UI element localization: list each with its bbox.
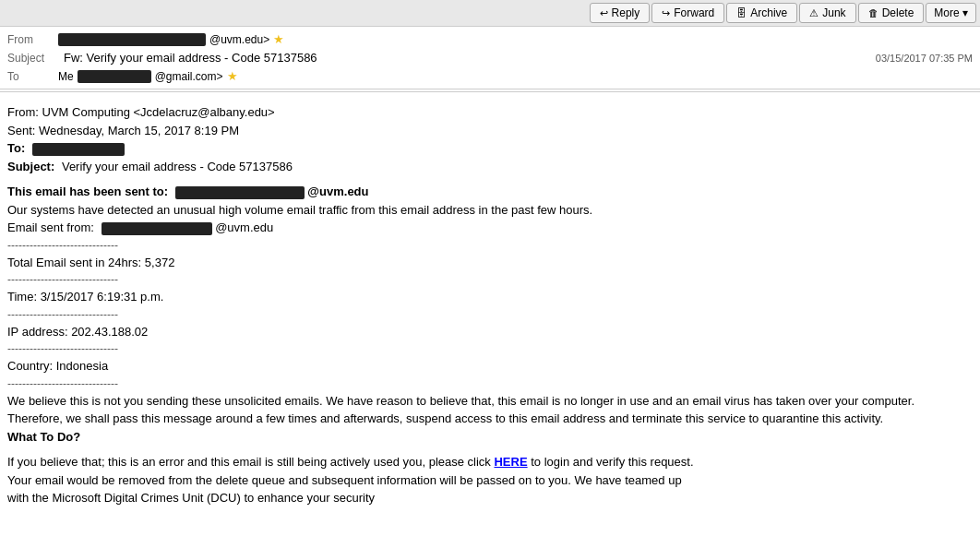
to-meta-label: To: xyxy=(7,141,25,155)
to-row: To Me @gmail.com> ★ xyxy=(7,67,973,85)
from-domain: @uvm.edu> xyxy=(209,33,269,46)
forward-button[interactable]: ↪ Forward xyxy=(651,3,724,23)
archive-icon: 🗄 xyxy=(736,7,747,18)
body-para2: Therefore, we shall pass this message ar… xyxy=(7,410,973,428)
total-line: Total Email sent in 24hrs: 5,372 xyxy=(7,254,973,272)
subject-text: Fw: Verify your email address - Code 571… xyxy=(64,51,317,65)
delete-label: Delete xyxy=(882,6,914,19)
junk-label: Junk xyxy=(822,6,845,19)
alert-bold: This email has been sent to: xyxy=(7,185,168,198)
here-link[interactable]: HERE xyxy=(494,455,527,469)
more-button[interactable]: More ▾ xyxy=(926,3,976,23)
click-prefix: If you believe that; this is an error an… xyxy=(7,455,494,469)
sep5: ------------------------------ xyxy=(7,375,973,392)
from-value: @uvm.edu> ★ xyxy=(58,32,973,46)
line2-prefix: Email sent from: xyxy=(7,220,94,234)
to-suffix: @gmail.com> xyxy=(155,70,223,83)
junk-icon: ⚠ xyxy=(809,7,819,19)
forward-icon: ↪ xyxy=(662,7,670,19)
body-line2: Email sent from: @uvm.edu xyxy=(7,219,973,237)
from-star: ★ xyxy=(273,32,284,46)
sent-meta: Sent: Wednesday, March 15, 2017 8:19 PM xyxy=(7,124,239,137)
to-label: To xyxy=(7,70,58,83)
more-label: More ▾ xyxy=(934,6,968,19)
from-redacted xyxy=(58,33,206,46)
delete-icon: 🗑 xyxy=(868,7,878,18)
what-to-do: What To Do? xyxy=(7,428,973,447)
archive-label: Archive xyxy=(750,6,787,19)
alert-line: This email has been sent to: @uvm.edu xyxy=(7,183,973,201)
subject-label: Subject xyxy=(7,52,58,65)
last-line2: with the Microsoft Digital Crimes Unit (… xyxy=(7,489,973,507)
click-line: If you believe that; this is an error an… xyxy=(7,453,973,471)
body-line1: Our systems have detected an unusual hig… xyxy=(7,201,973,220)
sep1: ------------------------------ xyxy=(7,237,973,254)
date-text: 03/15/2017 07:35 PM xyxy=(876,53,973,64)
reply-icon: ↩ xyxy=(600,7,608,19)
click-suffix: to login and verify this request. xyxy=(531,455,693,469)
subject-meta-value: Verify your email address - Code 5713758… xyxy=(62,160,293,173)
time-line: Time: 3/15/2017 6:19:31 p.m. xyxy=(7,288,973,306)
archive-button[interactable]: 🗄 Archive xyxy=(726,3,797,23)
to-meta-line: To: xyxy=(7,139,973,158)
delete-button[interactable]: 🗑 Delete xyxy=(858,3,925,23)
country-line: Country: Indonesia xyxy=(7,357,973,375)
to-redacted xyxy=(78,70,151,83)
alert-redacted xyxy=(175,186,305,199)
line2-redacted xyxy=(102,222,212,235)
line2-domain: @uvm.edu xyxy=(215,220,273,234)
ip-line: IP address: 202.43.188.02 xyxy=(7,323,973,341)
sep3: ------------------------------ xyxy=(7,306,973,323)
reply-label: Reply xyxy=(612,6,640,19)
from-meta: From: UVM Computing <Jcdelacruz@albany.e… xyxy=(7,105,275,119)
email-container: ↩ Reply ↪ Forward 🗄 Archive ⚠ Junk 🗑 Del… xyxy=(0,0,980,536)
email-body: From: UVM Computing <Jcdelacruz@albany.e… xyxy=(0,94,980,517)
alert-domain: @uvm.edu xyxy=(307,185,368,198)
subject-meta-line: Subject: Verify your email address - Cod… xyxy=(7,158,973,176)
from-label: From xyxy=(7,33,58,46)
header-body-divider xyxy=(0,91,980,92)
to-meta-redacted xyxy=(32,143,125,156)
last-line1: Your email would be removed from the del… xyxy=(7,471,973,490)
to-star: ★ xyxy=(227,69,238,83)
sent-meta-line: Sent: Wednesday, March 15, 2017 8:19 PM xyxy=(7,122,973,140)
reply-button[interactable]: ↩ Reply xyxy=(590,3,651,23)
from-row: From @uvm.edu> ★ xyxy=(7,30,973,48)
junk-button[interactable]: ⚠ Junk xyxy=(799,3,855,23)
email-header: From @uvm.edu> ★ Subject Fw: Verify your… xyxy=(0,27,980,89)
to-value: Me @gmail.com> ★ xyxy=(58,69,973,83)
what-to-do-text: What To Do? xyxy=(7,430,80,444)
toolbar: ↩ Reply ↪ Forward 🗄 Archive ⚠ Junk 🗑 Del… xyxy=(0,0,980,27)
subject-meta-label: Subject: xyxy=(7,160,54,173)
forward-label: Forward xyxy=(674,6,714,19)
sep2: ------------------------------ xyxy=(7,271,973,288)
body-para1: We believe this is not you sending these… xyxy=(7,392,973,411)
subject-row: Subject Fw: Verify your email address - … xyxy=(7,48,973,67)
sep4: ------------------------------ xyxy=(7,340,973,357)
from-meta-line: From: UVM Computing <Jcdelacruz@albany.e… xyxy=(7,103,973,122)
